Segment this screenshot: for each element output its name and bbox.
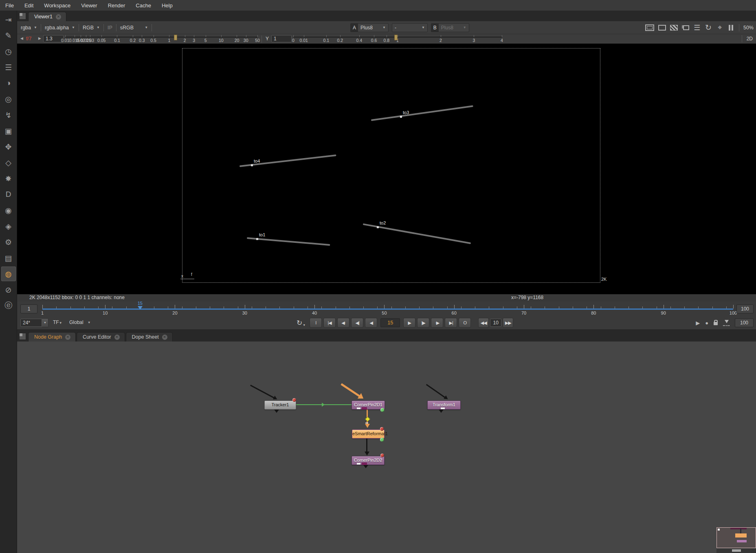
track-marker-to3[interactable] xyxy=(400,116,402,118)
wipe-mode-dropdown[interactable]: - ▼ xyxy=(392,23,428,32)
alpha-layer-dropdown[interactable]: rgba.alpha▼ xyxy=(41,25,79,31)
dag-minimap[interactable] xyxy=(716,527,756,548)
checkerboard-icon[interactable] xyxy=(670,24,678,31)
gain-prev-icon[interactable]: ◀ xyxy=(20,36,23,40)
toolbar-threed-icon[interactable]: ◇ xyxy=(1,155,16,170)
step-back-button[interactable]: ◀| xyxy=(351,318,363,328)
menu-help[interactable]: Help xyxy=(156,2,178,9)
pane-menu-icon[interactable] xyxy=(20,13,26,19)
track-marker-to1[interactable] xyxy=(256,238,258,240)
toolbar-draw-icon[interactable]: ✎ xyxy=(1,28,16,43)
tf-dropdown[interactable]: TF▼ xyxy=(53,319,62,325)
close-icon[interactable]: ✕ xyxy=(65,335,70,340)
keyframe-diamond-icon[interactable] xyxy=(365,416,370,422)
toolbar-deep-icon[interactable]: D xyxy=(1,187,16,202)
close-icon[interactable]: ✕ xyxy=(114,335,120,340)
tab-dope-sheet[interactable]: Dope Sheet✕ xyxy=(126,332,173,341)
goto-end-button[interactable]: ▶| xyxy=(445,318,457,328)
roi-icon[interactable]: ⌖ xyxy=(716,24,723,31)
gamma-slider-handle[interactable] xyxy=(394,35,398,40)
refresh-icon[interactable]: ↻ xyxy=(705,24,712,31)
layer-dropdown[interactable]: rgba▼ xyxy=(17,25,41,31)
jump-forward-button[interactable]: ▶▶ xyxy=(503,318,513,328)
toolbar-plugins-icon[interactable]: ◍ xyxy=(1,267,16,281)
menu-render[interactable]: Render xyxy=(103,2,131,9)
menu-edit[interactable]: Edit xyxy=(19,2,39,9)
play-backward-button[interactable]: ◀ xyxy=(365,318,377,328)
range-end-display[interactable]: 100 xyxy=(735,318,754,327)
cornerpin2d2-output-stub[interactable] xyxy=(363,465,368,468)
goto-start-button[interactable]: |◀ xyxy=(323,318,336,328)
range-end-input[interactable]: 100 xyxy=(736,304,754,313)
frame-range-button[interactable]: O xyxy=(459,318,471,328)
track-marker-to4[interactable] xyxy=(251,164,253,166)
node-graph-canvas[interactable]: Tracker1 CornerPin2D1 Transform1 eSmartR… xyxy=(17,341,756,553)
gain-display-icon[interactable] xyxy=(645,24,654,31)
wipe-icon[interactable] xyxy=(682,24,689,31)
input-button[interactable]: I xyxy=(310,318,322,328)
toolbar-transform-icon[interactable]: ✥ xyxy=(1,139,16,154)
tracker1-output-stub[interactable] xyxy=(274,410,279,413)
close-icon[interactable]: ✕ xyxy=(162,335,167,340)
increment-input[interactable]: 10 xyxy=(490,319,501,327)
menu-viewer[interactable]: Viewer xyxy=(76,2,103,9)
toolbar-image-icon[interactable]: ⇥ xyxy=(1,12,16,27)
current-frame-input[interactable]: 15 xyxy=(380,318,400,327)
toolbar-toolsets-icon[interactable]: ⚙ xyxy=(1,235,16,249)
gamma-input[interactable]: 1 xyxy=(271,35,292,42)
track-marker-to2[interactable] xyxy=(377,226,379,228)
gain-next-icon[interactable]: ▶ xyxy=(38,36,41,40)
range-start-input[interactable]: 1 xyxy=(20,304,37,313)
toolbar-filter-icon[interactable]: ◎ xyxy=(1,92,16,106)
tab-viewer1[interactable]: Viewer1 ✕ xyxy=(28,12,66,21)
fps-widget[interactable]: 24* ▼ xyxy=(20,318,48,327)
input-process-toggle[interactable]: IP xyxy=(104,25,116,31)
pause-icon[interactable] xyxy=(727,24,735,31)
toolbar-other-icon[interactable]: ▤ xyxy=(1,251,16,265)
zoom-level[interactable]: 50% xyxy=(743,25,754,31)
fstop-label[interactable]: f/7 xyxy=(26,36,31,42)
flipbook-play-icon[interactable]: ▶ xyxy=(696,320,700,326)
gamma-slider[interactable]: 00.010.10.20.40.60.81234 xyxy=(293,34,502,44)
display-channels-dropdown[interactable]: RGB▼ xyxy=(79,25,103,31)
b-input-dropdown[interactable]: B Plus8 ▼ xyxy=(431,23,469,32)
full-frame-icon[interactable] xyxy=(658,24,666,31)
toolbar-merge-icon[interactable]: ▣ xyxy=(1,123,16,138)
view-mode-label[interactable]: 2D xyxy=(747,36,753,42)
menu-cache[interactable]: Cache xyxy=(130,2,156,9)
toolbar-color-icon[interactable]: ◑ xyxy=(1,76,16,90)
node-tracker1[interactable]: Tracker1 xyxy=(264,401,296,410)
toolbar-foundry-icon[interactable]: ⓔ xyxy=(1,298,16,313)
transform1-output-stub[interactable] xyxy=(439,410,444,413)
node-esmartreformat1[interactable]: eSmartReformat1 xyxy=(352,430,385,438)
loop-mode-button[interactable]: ↻▼ xyxy=(297,319,305,327)
toolbar-metadata-icon[interactable]: ◈ xyxy=(1,219,16,234)
toolbar-views-icon[interactable]: ◉ xyxy=(1,203,16,218)
toolbar-time-icon[interactable]: ◷ xyxy=(1,44,16,59)
play-button[interactable]: ▶ xyxy=(403,318,415,328)
a-input-dropdown[interactable]: A Plus8 ▼ xyxy=(350,23,389,32)
playhead-marker-icon[interactable] xyxy=(723,320,730,326)
toolbar-channel-icon[interactable]: ☰ xyxy=(1,60,16,75)
layers-icon[interactable]: ☰ xyxy=(693,24,701,31)
fps-input[interactable]: 24* xyxy=(20,319,42,327)
pane-menu-icon[interactable] xyxy=(20,333,26,339)
toolbar-keyer-icon[interactable]: ↯ xyxy=(1,108,16,122)
viewer-canvas[interactable]: 2K to3 to4 to2 to1 x f xyxy=(17,44,756,294)
range-mode-dropdown[interactable]: Global▼ xyxy=(69,319,91,325)
record-icon[interactable]: ● xyxy=(705,320,708,326)
gain-slider-handle[interactable] xyxy=(174,35,177,40)
gain-input[interactable]: 1.3 xyxy=(43,35,64,42)
chevron-down-icon[interactable]: ▼ xyxy=(42,318,48,327)
next-keyframe-button[interactable]: ·▶ xyxy=(431,318,443,328)
viewer-lut-dropdown[interactable]: sRGB▼ xyxy=(116,25,152,31)
close-icon[interactable]: ✕ xyxy=(56,14,61,20)
minimap-resize-handle[interactable] xyxy=(716,549,756,553)
toolbar-particles-icon[interactable]: ✸ xyxy=(1,171,16,186)
jump-back-button[interactable]: ◀◀ xyxy=(478,318,489,328)
tab-node-graph[interactable]: Node Graph✕ xyxy=(28,332,76,341)
step-forward-button[interactable]: |▶ xyxy=(417,318,429,328)
timeline-ruler[interactable]: 15 1102030405060708090100 xyxy=(42,302,733,316)
menu-file[interactable]: File xyxy=(0,2,19,9)
toolbar-nukex-icon[interactable]: ⊘ xyxy=(1,282,16,297)
